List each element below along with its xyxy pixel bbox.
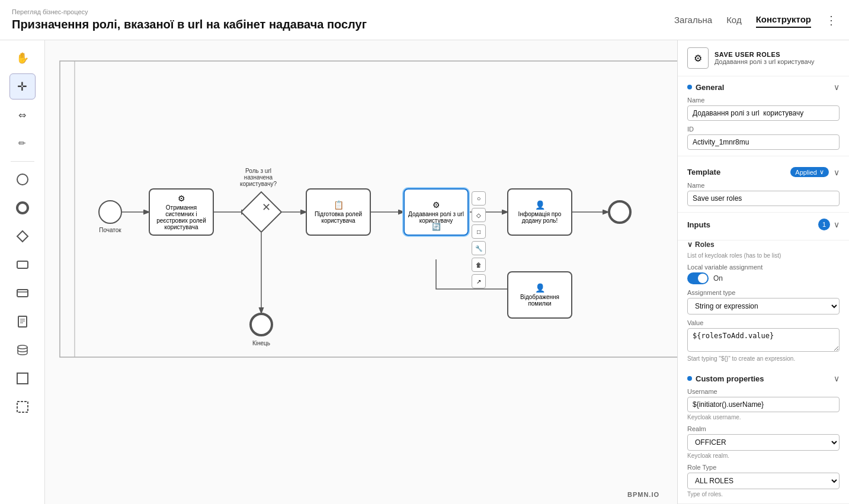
shape-dashed-button[interactable] (9, 394, 36, 420)
custom-properties-chevron[interactable]: ∨ (834, 374, 840, 383)
context-btn-arrow[interactable]: ↗ (472, 274, 486, 288)
username-label: Username (687, 388, 840, 395)
select-tool-button[interactable]: ✛ (9, 73, 36, 99)
shape-diamond-button[interactable] (9, 223, 36, 249)
bpmn-canvas[interactable]: Початок ⚙ Отримання системних і реєстров… (45, 40, 677, 504)
realm-select[interactable]: OFFICER CITIZEN (687, 434, 840, 451)
inputs-badge: 1 (818, 219, 830, 230)
panel-header-title: SAVE USER ROLES (715, 51, 815, 58)
context-toolbar: ○ ◇ □ 🔧 🗑 ↗ (472, 191, 486, 288)
local-var-toggle[interactable] (687, 272, 709, 284)
start-event[interactable] (98, 200, 122, 224)
svg-rect-3 (17, 261, 28, 268)
context-btn-rect[interactable]: □ (472, 224, 486, 239)
context-btn-circle[interactable]: ○ (472, 191, 486, 206)
task-show-error[interactable]: 👤 Відображення помилки (507, 271, 572, 319)
shape-db-button[interactable] (9, 337, 36, 363)
name-field-label: Name (687, 97, 840, 104)
task3-icon: ⚙ (432, 200, 440, 210)
header-subtitle: Перегляд бізнес-процесу (12, 8, 367, 15)
header: Перегляд бізнес-процесу Призначення ролі… (0, 0, 849, 40)
svg-marker-2 (17, 231, 28, 242)
task4-label: Інформація про додану роль! (512, 211, 568, 224)
bpmn-io-watermark: BPMN.IO (627, 491, 659, 498)
task-add-role[interactable]: ⚙ Додавання ролі з url користувачу 🔄 (403, 188, 469, 236)
more-menu-button[interactable]: ⋮ (825, 13, 837, 27)
context-btn-tools[interactable]: 🔧 (472, 241, 486, 255)
template-name-input[interactable] (687, 191, 840, 206)
assignment-type-select[interactable]: String or expression Expression Script (687, 298, 840, 314)
svg-rect-6 (18, 316, 27, 327)
general-chevron[interactable]: ∨ (834, 82, 840, 92)
connect-tool-button[interactable]: ⇔ (9, 102, 36, 128)
header-nav: Загальна Код Конструктор ⋮ (674, 12, 837, 28)
end-event-gateway[interactable] (249, 313, 273, 336)
role-type-select[interactable]: ALL ROLES COMPOSITE CLIENT (687, 473, 840, 489)
shape-oval-button[interactable] (9, 195, 36, 221)
toolbar-separator-1 (11, 161, 34, 162)
realm-hint: Keycloak realm. (687, 452, 840, 459)
local-var-label: Local variable assignment (687, 264, 840, 271)
roles-title[interactable]: ∨ Roles (687, 240, 840, 249)
nav-general[interactable]: Загальна (674, 12, 712, 27)
nav-code[interactable]: Код (726, 12, 742, 27)
general-section: General ∨ Name ID (678, 76, 849, 156)
custom-properties-section: Custom properties ∨ Username Keycloak us… (678, 368, 849, 504)
panel-header: ⚙ SAVE USER ROLES Додавання ролі з url к… (678, 40, 849, 76)
context-btn-trash[interactable]: 🗑 (472, 258, 486, 272)
panel-header-text: SAVE USER ROLES Додавання ролі з url кор… (715, 51, 815, 65)
value-hint: Start typing "${}" to create an expressi… (687, 355, 840, 362)
svg-rect-5 (17, 290, 28, 292)
inputs-header: Inputs 1 ∨ (687, 219, 840, 230)
custom-properties-dot (687, 376, 692, 381)
custom-properties-title: Custom properties (687, 374, 764, 383)
shape-rect-button[interactable] (9, 252, 36, 278)
svg-point-1 (17, 203, 28, 213)
gateway-node[interactable]: ✕ (246, 197, 276, 227)
task2-icon: 📋 (334, 200, 344, 210)
task1-label: Отримання системних і реєстрових ролей к… (153, 204, 209, 230)
id-field-input[interactable] (687, 134, 840, 150)
task-prepare-roles[interactable]: 📋 Підготовка ролей користувача (306, 188, 371, 236)
end-event-main[interactable] (608, 200, 632, 224)
template-name-label: Name (687, 182, 840, 189)
gateway-x-icon: ✕ (252, 201, 280, 214)
main-layout: ✋ ✛ ⇔ ✏ (0, 40, 849, 504)
value-textarea[interactable]: ${rolesToAdd.value} (687, 328, 840, 352)
toggle-row: On (687, 272, 840, 284)
header-left: Перегляд бізнес-процесу Призначення ролі… (12, 8, 367, 31)
gateway-shape: ✕ (241, 191, 283, 233)
value-label: Value (687, 319, 840, 326)
roles-title-text: Roles (695, 240, 715, 249)
roles-section: ∨ Roles List of keycloak roles (has to b… (678, 240, 849, 368)
task5-icon: 👤 (535, 283, 545, 293)
task-get-roles[interactable]: ⚙ Отримання системних і реєстрових ролей… (149, 188, 214, 236)
nav-constructor[interactable]: Конструктор (756, 12, 811, 28)
roles-chevron-icon: ∨ (687, 240, 693, 249)
id-field-label: ID (687, 126, 840, 133)
task3-reload-icon: 🔄 (432, 223, 441, 231)
task3-label: Додавання ролі з url користувачу (408, 211, 464, 224)
shape-rect2-button[interactable] (9, 280, 36, 306)
shape-circle-button[interactable] (9, 166, 36, 192)
svg-point-7 (18, 345, 27, 349)
panel-icon: ⚙ (687, 47, 709, 69)
role-type-hint: Type of roles. (687, 491, 840, 497)
shape-frame-button[interactable] (9, 365, 36, 391)
name-field-input[interactable] (687, 105, 840, 121)
inputs-chevron[interactable]: ∨ (834, 220, 840, 229)
applied-badge[interactable]: Applied ∨ (790, 167, 829, 177)
hand-tool-button[interactable]: ✋ (9, 45, 36, 71)
pen-tool-button[interactable]: ✏ (9, 130, 36, 156)
task1-icon: ⚙ (178, 194, 185, 203)
shape-doc-button[interactable] (9, 309, 36, 335)
gateway-label: Роль з url назначена користувачу? (229, 168, 288, 187)
toolbar: ✋ ✛ ⇔ ✏ (0, 40, 45, 504)
general-section-header: General ∨ (687, 82, 840, 92)
task-info-role[interactable]: 👤 Інформація про додану роль! (507, 188, 572, 236)
template-section-chevron[interactable]: ∨ (834, 168, 840, 177)
template-section: Template Applied ∨ ∨ Name (678, 156, 849, 213)
context-btn-diamond[interactable]: ◇ (472, 208, 486, 222)
role-type-label: Role Type (687, 464, 840, 471)
username-input[interactable] (687, 397, 840, 412)
